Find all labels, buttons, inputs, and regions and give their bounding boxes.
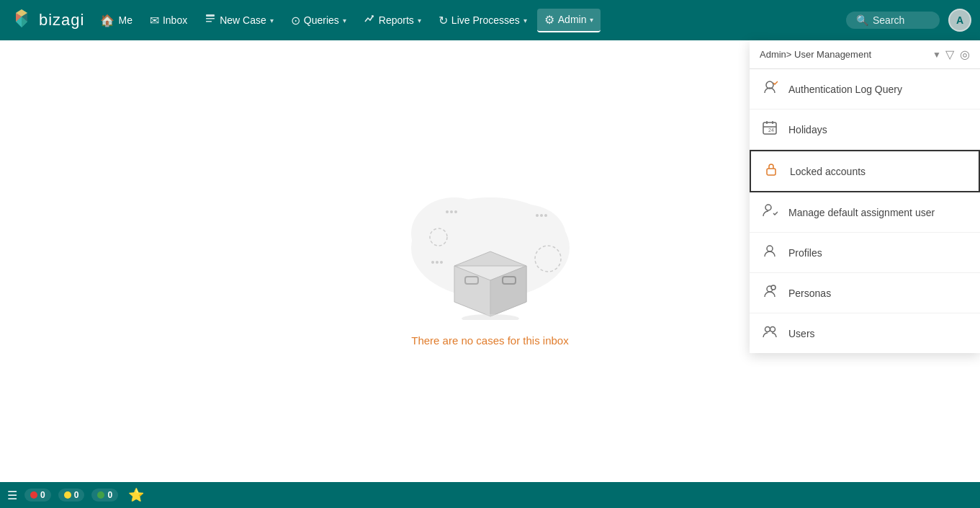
avatar-initial: A: [956, 14, 963, 26]
box-svg: [444, 241, 537, 320]
profiles-label: Profiles: [788, 247, 822, 259]
holidays-label: Holidays: [788, 124, 827, 135]
users-label: Users: [788, 328, 815, 339]
manage-default-label: Manage default assignment user: [788, 207, 935, 218]
svg-point-22: [535, 246, 561, 272]
reports-arrow: ▾: [418, 17, 421, 24]
nav-inbox-label: Inbox: [163, 14, 187, 26]
svg-rect-7: [206, 18, 215, 19]
manage-default-icon: [761, 202, 778, 222]
dropdown-collapse-arrow[interactable]: ▼: [932, 50, 941, 60]
svg-point-20: [436, 261, 439, 264]
dropdown-item-personas[interactable]: Personas: [750, 273, 980, 313]
content-area: There are no cases for this inbox Admin>…: [0, 40, 980, 482]
reports-icon: [364, 13, 375, 27]
nav-live-processes[interactable]: ↻ Live Processes ▾: [431, 9, 534, 32]
svg-point-38: [767, 246, 773, 251]
admin-dropdown-panel: Admin> User Management ▼ ▽ ◎ Authenticat…: [750, 40, 980, 353]
filter-icon[interactable]: ▽: [945, 48, 954, 61]
svg-point-19: [431, 261, 434, 264]
admin-arrow: ▾: [590, 16, 593, 24]
status-badge-red[interactable]: 0: [24, 489, 51, 502]
dropdown-item-profiles[interactable]: Profiles: [750, 233, 980, 273]
holidays-icon: 24: [761, 120, 778, 139]
new-case-icon: [204, 13, 216, 27]
statusbar: ☰ 0 0 0 ⭐: [0, 482, 980, 508]
nav-reports-label: Reports: [379, 14, 414, 26]
red-count: 0: [40, 490, 45, 500]
auth-log-icon: [761, 79, 778, 99]
inbox-icon: ✉: [150, 14, 159, 27]
svg-point-41: [765, 327, 770, 332]
queries-arrow: ▾: [343, 17, 346, 24]
nav-reports[interactable]: Reports ▾: [356, 9, 428, 32]
dropdown-item-auth-log[interactable]: Authentication Log Query: [750, 69, 980, 110]
nav-inbox[interactable]: ✉ Inbox: [143, 9, 194, 32]
dropdown-header: Admin> User Management ▼ ▽ ◎: [750, 40, 980, 69]
svg-point-14: [450, 210, 453, 213]
svg-rect-8: [206, 21, 212, 22]
dropdown-item-manage-default[interactable]: Manage default assignment user: [750, 192, 980, 233]
auth-log-label: Authentication Log Query: [788, 84, 902, 95]
svg-point-37: [765, 205, 771, 210]
nav-me[interactable]: 🏠 Me: [93, 9, 139, 32]
new-case-arrow: ▾: [270, 17, 274, 24]
live-processes-arrow: ▾: [523, 17, 527, 24]
svg-point-17: [540, 214, 543, 217]
menu-icon[interactable]: ☰: [7, 489, 17, 502]
dropdown-item-locked-accounts[interactable]: Locked accounts: [750, 150, 980, 192]
svg-point-29: [462, 314, 519, 320]
star-icon[interactable]: ⭐: [128, 487, 144, 503]
users-icon: [761, 324, 778, 343]
dropdown-item-users[interactable]: Users: [750, 313, 980, 353]
nav-admin[interactable]: ⚙ Admin ▾: [537, 9, 601, 32]
logo[interactable]: bizagi: [9, 7, 84, 33]
yellow-count: 0: [74, 490, 79, 500]
nav-new-case-label: New Case: [220, 14, 266, 26]
svg-point-40: [771, 285, 776, 290]
avatar-button[interactable]: A: [948, 9, 971, 32]
locked-accounts-label: Locked accounts: [790, 166, 866, 177]
search-bar[interactable]: 🔍 Search: [846, 12, 940, 29]
nav-new-case[interactable]: New Case ▾: [197, 9, 281, 32]
eye-icon[interactable]: ◎: [960, 48, 970, 61]
svg-text:24: 24: [768, 128, 774, 133]
dropdown-item-holidays[interactable]: 24 Holidays: [750, 110, 980, 150]
home-icon: 🏠: [100, 14, 114, 27]
breadcrumb: Admin> User Management: [760, 49, 928, 60]
green-dot: [97, 491, 104, 499]
locked-accounts-icon: [763, 161, 780, 181]
search-icon: 🔍: [856, 14, 868, 26]
nav-admin-label: Admin: [558, 14, 587, 25]
navbar: bizagi 🏠 Me ✉ Inbox New Case ▾ ⊙ Queries…: [0, 0, 980, 40]
nav-live-processes-label: Live Processes: [451, 14, 520, 26]
logo-text: bizagi: [39, 11, 84, 30]
svg-point-42: [770, 327, 776, 332]
search-label: Search: [873, 14, 904, 26]
profiles-icon: [761, 243, 778, 262]
personas-label: Personas: [788, 288, 831, 299]
svg-point-16: [536, 214, 539, 217]
svg-rect-36: [767, 169, 776, 175]
status-badge-green[interactable]: 0: [91, 489, 118, 502]
svg-point-15: [454, 210, 457, 213]
svg-point-21: [440, 261, 443, 264]
nav-queries-label: Queries: [304, 14, 339, 26]
nav-queries[interactable]: ⊙ Queries ▾: [284, 9, 354, 32]
red-dot: [30, 491, 37, 499]
status-badge-yellow[interactable]: 0: [58, 489, 85, 502]
svg-rect-6: [206, 14, 215, 17]
nav-me-label: Me: [118, 14, 132, 26]
svg-point-13: [446, 210, 449, 213]
live-processes-icon: ↻: [439, 14, 448, 27]
svg-point-18: [544, 214, 547, 217]
personas-icon: [761, 283, 778, 303]
empty-illustration: [382, 176, 598, 320]
queries-icon: ⊙: [291, 14, 300, 27]
admin-icon: ⚙: [544, 13, 554, 27]
empty-message: There are no cases for this inbox: [411, 334, 568, 347]
green-count: 0: [107, 490, 112, 500]
dropdown-header-icons: ▽ ◎: [945, 48, 970, 61]
yellow-dot: [64, 491, 71, 499]
empty-state: There are no cases for this inbox: [382, 176, 598, 347]
